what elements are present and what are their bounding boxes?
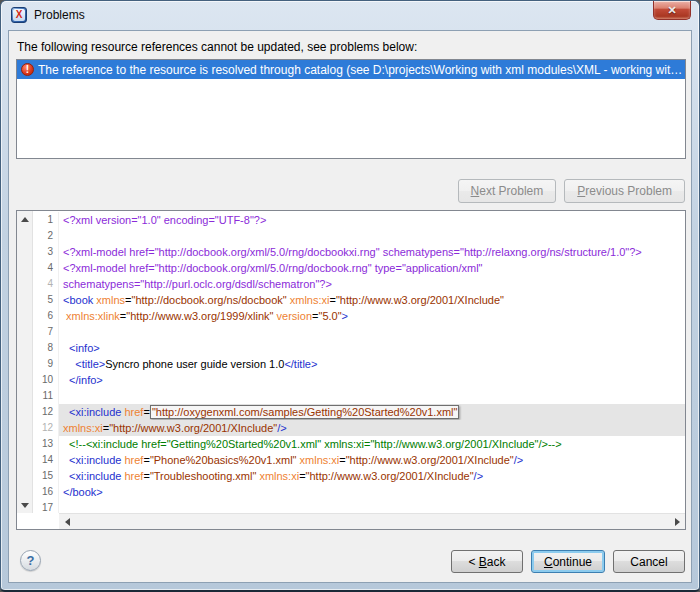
line-text (59, 324, 685, 340)
code-line[interactable]: 13 <!--<xi:include href="Getting%20Start… (33, 436, 685, 452)
line-number: 2 (33, 228, 59, 244)
line-number: 5 (33, 292, 59, 308)
back-label: ack (487, 555, 506, 569)
code-line[interactable]: 6 xmlns:xlink="http://www.w3.org/1999/xl… (33, 308, 685, 324)
footer-button-row: < Back Continue Cancel (451, 550, 685, 573)
line-number: 7 (33, 324, 59, 340)
scroll-left-button[interactable] (59, 514, 75, 530)
code-line[interactable]: 2 (33, 228, 685, 244)
code-line[interactable]: 12xmlns:xi="http://www.w3.org/2001/XIncl… (33, 420, 685, 436)
code-line[interactable]: 17 (33, 500, 685, 513)
code-line[interactable]: 12 <xi:include href="http://oxygenxml.co… (33, 404, 685, 420)
scroll-up-button[interactable] (17, 211, 33, 227)
code-line[interactable]: 14 <xi:include href="Phone%20basics%20v1… (33, 452, 685, 468)
line-number: 3 (33, 244, 59, 260)
editor-vertical-scrollbar[interactable] (17, 211, 33, 513)
help-icon: ? (27, 553, 35, 568)
line-number: 6 (33, 308, 59, 324)
window-title: Problems (34, 8, 85, 22)
continue-label: ontinue (553, 555, 592, 569)
problems-dialog: X Problems ✕ The following resource refe… (0, 0, 700, 592)
line-number: 1 (33, 212, 59, 228)
xml-editor-panel[interactable]: 1<?xml version="1.0" encoding="UTF-8"?>2… (16, 210, 686, 530)
code-line[interactable]: 5<book xmlns="http://docbook.org/ns/docb… (33, 292, 685, 308)
code-line[interactable]: 9 <title>Syncro phone user guide version… (33, 356, 685, 372)
line-text: <?xml version="1.0" encoding="UTF-8"?> (59, 212, 685, 228)
line-text: <!--<xi:include href="Getting%20Started%… (59, 436, 685, 452)
scroll-down-button[interactable] (17, 497, 33, 513)
scroll-left-icon (65, 518, 70, 526)
scroll-right-icon (675, 518, 680, 526)
line-number: 13 (33, 436, 59, 452)
line-text (59, 228, 685, 244)
close-icon: ✕ (667, 4, 676, 17)
line-text (59, 500, 685, 513)
problems-list[interactable]: !The reference to the resource is resolv… (16, 59, 686, 159)
line-number: 10 (33, 372, 59, 388)
line-text: <info> (59, 340, 685, 356)
scroll-down-icon (21, 503, 29, 508)
line-number: 16 (33, 484, 59, 500)
line-number: 17 (33, 500, 59, 513)
code-line[interactable]: 4schematypens="http://purl.oclc.org/dsdl… (33, 276, 685, 292)
line-number: 12 (33, 420, 59, 436)
line-text: <xi:include href="Phone%20basics%20v1.xm… (59, 452, 685, 468)
previous-problem-button[interactable]: Previous Problem (564, 179, 685, 203)
line-text: xmlns:xlink="http://www.w3.org/1999/xlin… (59, 308, 685, 324)
line-number: 4 (33, 260, 59, 276)
line-text: <title>Syncro phone user guide version 1… (59, 356, 685, 372)
line-text: schematypens="http://purl.oclc.org/dsdl/… (59, 276, 685, 292)
line-number: 11 (33, 388, 59, 404)
continue-button[interactable]: Continue (531, 550, 605, 573)
problem-nav-row: Next Problem Previous Problem (458, 179, 685, 203)
line-text (59, 388, 685, 404)
code-line[interactable]: 3<?xml-model href="http://docbook.org/xm… (33, 244, 685, 260)
line-text: <?xml-model href="http://docbook.org/xml… (59, 260, 685, 276)
back-prefix: < (468, 555, 478, 569)
oxygen-app-icon: X (11, 7, 27, 23)
back-button[interactable]: < Back (451, 550, 523, 573)
line-number: 8 (33, 340, 59, 356)
code-line[interactable]: 16</book> (33, 484, 685, 500)
instruction-text: The following resource references cannot… (17, 40, 417, 54)
previous-problem-label: revious Problem (585, 184, 672, 198)
scroll-up-icon (21, 217, 29, 222)
oxygen-logo-x: X (13, 9, 25, 21)
line-number: 9 (33, 356, 59, 372)
code-area[interactable]: 1<?xml version="1.0" encoding="UTF-8"?>2… (33, 212, 685, 513)
back-accel: B (479, 555, 487, 569)
line-text: xmlns:xi="http://www.w3.org/2001/XInclud… (59, 420, 685, 436)
close-button[interactable]: ✕ (653, 1, 691, 20)
line-text: </book> (59, 484, 685, 500)
dialog-content: The following resource references cannot… (8, 30, 692, 583)
line-text: <book xmlns="http://docbook.org/ns/docbo… (59, 292, 685, 308)
line-number: 14 (33, 452, 59, 468)
code-line[interactable]: 7 (33, 324, 685, 340)
code-line[interactable]: 11 (33, 388, 685, 404)
line-text: <xi:include href="http://oxygenxml.com/s… (59, 404, 685, 420)
problem-text: The reference to the resource is resolve… (38, 63, 683, 77)
code-line[interactable]: 10 </info> (33, 372, 685, 388)
line-number: 12 (33, 404, 59, 420)
scroll-right-button[interactable] (669, 514, 685, 530)
line-number: 4 (33, 276, 59, 292)
titlebar[interactable]: X Problems ✕ (1, 1, 699, 30)
code-line[interactable]: 1<?xml version="1.0" encoding="UTF-8"?> (33, 212, 685, 228)
problem-item[interactable]: !The reference to the resource is resolv… (17, 60, 685, 79)
code-line[interactable]: 4<?xml-model href="http://docbook.org/xm… (33, 260, 685, 276)
next-problem-button[interactable]: Next Problem (458, 179, 557, 203)
code-line[interactable]: 8 <info> (33, 340, 685, 356)
code-line[interactable]: 15 <xi:include href="Troubleshooting.xml… (33, 468, 685, 484)
line-number: 15 (33, 468, 59, 484)
editor-horizontal-scrollbar[interactable] (59, 513, 685, 529)
line-text: <?xml-model href="http://docbook.org/xml… (59, 244, 685, 260)
error-icon: ! (21, 63, 34, 76)
next-problem-accel: N (471, 184, 480, 198)
help-button[interactable]: ? (20, 550, 41, 571)
line-text: </info> (59, 372, 685, 388)
next-problem-label: ext Problem (479, 184, 543, 198)
cancel-button[interactable]: Cancel (613, 550, 685, 573)
line-text: <xi:include href="Troubleshooting.xml" x… (59, 468, 685, 484)
continue-accel: C (544, 555, 553, 569)
